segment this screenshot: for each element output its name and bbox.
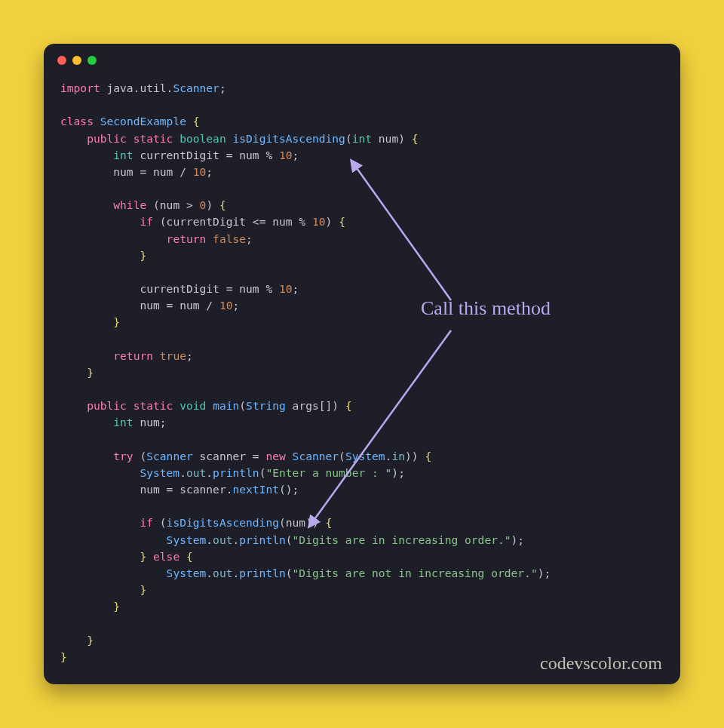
zoom-icon[interactable]	[87, 56, 97, 65]
watermark: codevscolor.com	[540, 653, 662, 674]
code-block: import java.util.Scanner; class SecondEx…	[44, 69, 680, 682]
minimize-icon[interactable]	[72, 56, 81, 65]
window-titlebar	[44, 44, 680, 69]
code-window: import java.util.Scanner; class SecondEx…	[44, 44, 680, 684]
close-icon[interactable]	[57, 56, 66, 65]
